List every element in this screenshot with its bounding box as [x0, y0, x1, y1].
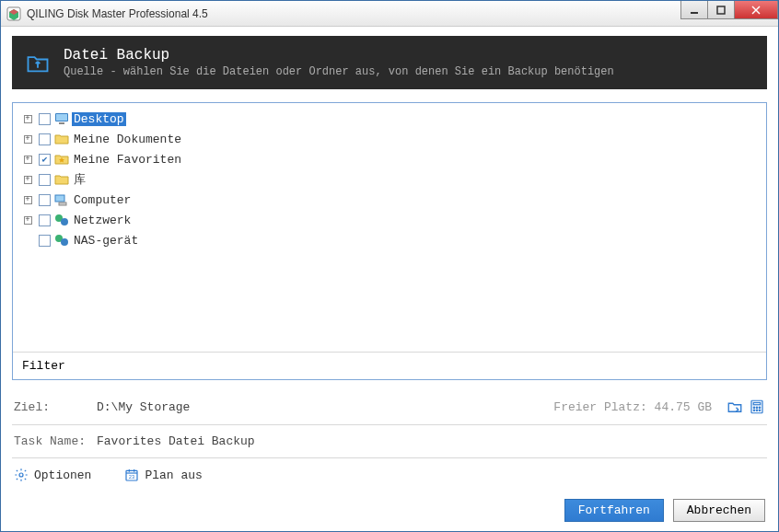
- tree-checkbox[interactable]: [39, 154, 51, 166]
- tree-node[interactable]: +Netzwerk: [17, 210, 762, 230]
- tree-checkbox[interactable]: [39, 194, 51, 206]
- destination-label: Ziel:: [14, 400, 97, 414]
- tree-label[interactable]: NAS-gerät: [72, 234, 140, 248]
- svg-point-19: [753, 407, 755, 409]
- calc-space-icon[interactable]: [749, 399, 765, 415]
- expand-icon[interactable]: +: [24, 135, 32, 144]
- tree-checkbox[interactable]: [39, 214, 51, 226]
- tree-node[interactable]: +库: [17, 169, 762, 190]
- tree-label[interactable]: 库: [72, 171, 87, 188]
- svg-point-23: [756, 410, 758, 411]
- svg-point-14: [61, 218, 68, 226]
- expand-icon[interactable]: +: [24, 196, 32, 204]
- tree-label[interactable]: Meine Favoriten: [72, 153, 183, 167]
- network-icon: [54, 233, 69, 248]
- task-name-label: Task Name:: [14, 434, 97, 448]
- svg-rect-18: [753, 403, 761, 405]
- svg-point-16: [61, 238, 68, 246]
- tree-node[interactable]: NAS-gerät: [17, 230, 762, 250]
- tree-checkbox[interactable]: [39, 235, 51, 247]
- options-button[interactable]: Optionen: [14, 468, 91, 482]
- schedule-button[interactable]: 23 Plan aus: [124, 468, 202, 482]
- svg-rect-8: [56, 114, 67, 121]
- destination-row: Ziel: D:\My Storage Freier Platz: 44.75 …: [12, 391, 767, 422]
- calendar-icon: 23: [124, 468, 139, 482]
- svg-point-24: [759, 410, 761, 411]
- tree-node[interactable]: +Meine Dokumente: [17, 129, 762, 149]
- folder-icon: [54, 172, 69, 187]
- tree-label[interactable]: Desktop: [72, 112, 126, 126]
- folder-icon: [54, 132, 69, 146]
- tree-label[interactable]: Computer: [72, 193, 133, 207]
- svg-point-20: [756, 407, 758, 409]
- svg-rect-4: [717, 6, 725, 14]
- monitor-icon: [54, 111, 69, 126]
- minimize-button[interactable]: [680, 1, 708, 19]
- tree-node[interactable]: +Meine Favoriten: [17, 149, 762, 169]
- cancel-button[interactable]: Abbrechen: [673, 499, 765, 522]
- tree-node[interactable]: +Computer: [17, 190, 762, 210]
- filter-row: Filter: [13, 352, 766, 379]
- tree-checkbox[interactable]: [39, 113, 51, 125]
- computer-icon: [54, 192, 69, 207]
- tree-node[interactable]: +Desktop: [17, 109, 762, 129]
- maximize-button[interactable]: [707, 1, 735, 19]
- expand-icon[interactable]: +: [24, 115, 32, 123]
- svg-point-21: [759, 407, 761, 409]
- tree-checkbox[interactable]: [39, 133, 51, 145]
- tree-label[interactable]: Netzwerk: [72, 214, 133, 227]
- app-icon: [6, 6, 21, 21]
- svg-rect-9: [59, 122, 64, 124]
- destination-path[interactable]: D:\My Storage: [97, 400, 553, 414]
- source-tree[interactable]: +Desktop+Meine Dokumente+Meine Favoriten…: [13, 103, 766, 256]
- filter-label: Filter: [22, 359, 77, 373]
- backup-folder-icon: [25, 50, 51, 75]
- expand-icon[interactable]: +: [24, 156, 32, 164]
- tree-checkbox[interactable]: [39, 174, 51, 186]
- svg-text:23: 23: [129, 475, 134, 480]
- network-icon: [54, 213, 69, 227]
- filter-input[interactable]: [77, 359, 757, 373]
- svg-rect-12: [59, 202, 66, 205]
- titlebar: QILING Disk Master Professional 4.5: [1, 1, 778, 27]
- task-name-row: Task Name: Favorites Datei Backup: [12, 427, 767, 456]
- gear-icon: [14, 468, 29, 482]
- schedule-label: Plan aus: [145, 468, 202, 482]
- source-tree-panel: +Desktop+Meine Dokumente+Meine Favoriten…: [12, 102, 767, 380]
- svg-rect-11: [55, 195, 64, 202]
- task-name-value[interactable]: Favorites Datei Backup: [97, 434, 765, 448]
- page-subtitle: Quelle - wählen Sie die Dateien oder Ord…: [64, 65, 614, 78]
- expand-icon[interactable]: +: [24, 216, 32, 225]
- free-space: Freier Platz: 44.75 GB: [553, 400, 712, 414]
- proceed-button[interactable]: Fortfahren: [564, 499, 664, 522]
- options-label: Optionen: [34, 468, 91, 482]
- svg-point-22: [753, 410, 755, 411]
- page-header: Datei Backup Quelle - wählen Sie die Dat…: [12, 36, 767, 89]
- tree-label[interactable]: Meine Dokumente: [72, 133, 183, 146]
- expand-icon[interactable]: +: [24, 176, 32, 184]
- window-title: QILING Disk Master Professional 4.5: [27, 7, 681, 20]
- page-title: Datei Backup: [64, 47, 614, 64]
- browse-dest-icon[interactable]: [727, 399, 743, 415]
- svg-point-25: [19, 473, 23, 477]
- star-folder-icon: [54, 152, 69, 167]
- close-button[interactable]: [734, 1, 778, 19]
